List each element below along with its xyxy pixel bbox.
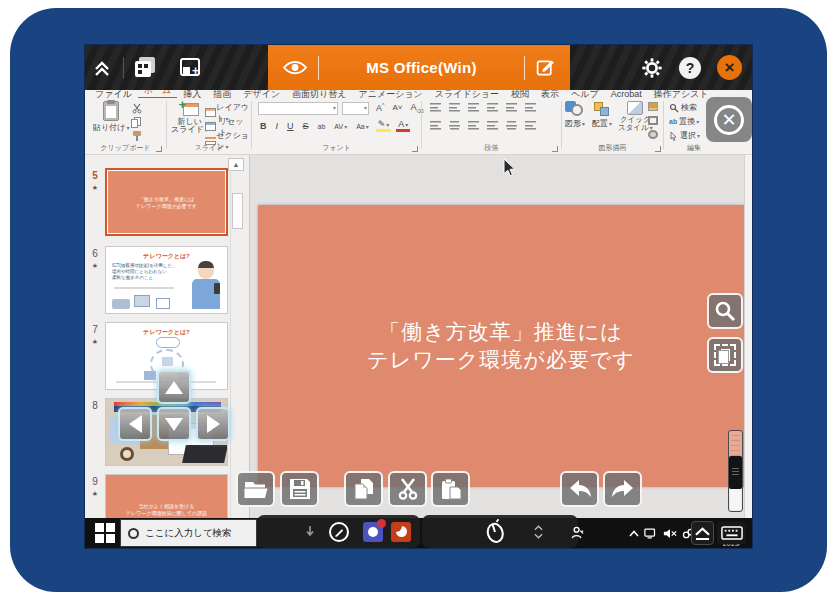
tab-acrobat[interactable]: Acrobat [605, 90, 648, 98]
bullets-button[interactable] [430, 103, 441, 112]
powerpoint-taskbar-icon[interactable] [391, 522, 411, 542]
find-button[interactable]: 検索 [669, 102, 697, 113]
tab-design[interactable]: デザイン [237, 90, 286, 98]
touch-keyboard-button[interactable] [717, 522, 746, 544]
tab-transitions[interactable]: 画面切り替え [286, 90, 352, 98]
arrow-down-icon [165, 418, 183, 431]
drawing-dialog-launcher[interactable] [655, 146, 661, 152]
change-case-button[interactable]: Aa [354, 123, 371, 130]
tab-file[interactable]: ファイル [89, 90, 138, 98]
shape-effects-button[interactable] [648, 130, 658, 139]
decrease-indent-button[interactable] [468, 103, 479, 112]
slider-thumb[interactable] [729, 456, 742, 489]
current-slide[interactable]: 「働き方改革」推進には テレワーク環境が必要です [258, 205, 744, 487]
tab-draw[interactable]: 描画 [207, 90, 237, 98]
copy-button-overlay[interactable] [344, 471, 383, 507]
dpad-right-button[interactable] [196, 407, 230, 441]
slide5-thumbnail[interactable]: 「働き方改革」推進にはテレワーク環境が必要です [105, 168, 228, 236]
overlay-collapse-bar [696, 538, 709, 540]
undo-button[interactable] [560, 471, 599, 507]
font-dialog-launcher[interactable] [412, 146, 418, 152]
line-spacing-button[interactable] [506, 103, 517, 112]
select-button[interactable]: 選択 [669, 130, 700, 141]
paragraph-dialog-launcher[interactable] [552, 146, 558, 152]
font-name-combo[interactable] [258, 102, 338, 115]
screens-list-button[interactable] [128, 51, 162, 85]
italic-button[interactable]: I [274, 121, 281, 131]
thumbnail-scroll-up-button[interactable]: ▲ [228, 158, 244, 171]
tray-network-display-icon[interactable] [644, 528, 658, 539]
numbering-button[interactable] [449, 103, 460, 112]
slide6-thumbnail[interactable]: テレワークとは? ICT(情報通信技術)を活用した、場所や時間にとらわれない柔軟… [105, 246, 228, 314]
convert-smartart-button[interactable] [525, 121, 536, 130]
tab-help[interactable]: ヘルプ [565, 90, 605, 98]
bold-button[interactable]: B [258, 121, 269, 131]
redo-button[interactable] [603, 471, 642, 507]
underline-button[interactable]: U [285, 121, 296, 131]
increase-font-button[interactable]: A^ [374, 102, 386, 113]
overlay-close-button[interactable]: ✕ [706, 97, 752, 142]
save-button[interactable] [280, 471, 319, 507]
text-direction-button[interactable] [525, 103, 536, 112]
tab-animations[interactable]: アニメーション [353, 90, 429, 98]
teams-taskbar-icon[interactable] [363, 522, 383, 542]
dpad-down-button[interactable] [157, 407, 191, 441]
highlight-button[interactable]: ✎ [376, 120, 392, 132]
font-color-button[interactable]: A [396, 120, 410, 132]
start-button[interactable] [93, 522, 117, 544]
bar-expand-chevrons[interactable] [534, 525, 543, 539]
region-select-button[interactable] [707, 337, 743, 373]
thumbnail-scrollbar-thumb[interactable] [232, 193, 243, 229]
strikethrough-button[interactable]: S [301, 121, 311, 131]
zoom-magnifier-button[interactable] [707, 293, 743, 329]
help-icon[interactable]: ? [679, 57, 701, 79]
tab-view[interactable]: 表示 [535, 90, 565, 98]
edit-compose-icon[interactable] [535, 57, 556, 78]
new-slide-button[interactable]: + 新しいスライド [171, 101, 208, 134]
align-right-button[interactable] [468, 121, 479, 130]
shape-fill-button[interactable] [648, 102, 658, 111]
tab-slideshow[interactable]: スライドショー [429, 90, 505, 98]
pen-tool-icon[interactable] [329, 522, 349, 542]
tray-volume-muted-icon[interactable] [663, 528, 677, 539]
paste-button-overlay[interactable] [431, 471, 470, 507]
tab-home[interactable]: ホーム [138, 90, 177, 98]
align-center-button[interactable] [449, 121, 460, 130]
overlay-collapse-button[interactable] [691, 521, 714, 545]
cut-button[interactable] [131, 103, 143, 114]
copy-button[interactable] [131, 117, 143, 128]
format-painter-button[interactable] [131, 131, 143, 142]
open-file-button[interactable] [236, 471, 275, 507]
decrease-font-button[interactable]: A˅ [390, 103, 404, 112]
mouse-mode-icon[interactable] [484, 520, 506, 544]
char-spacing-button[interactable]: AV [332, 123, 349, 130]
replace-button[interactable]: ab 置換 [669, 116, 699, 127]
clipboard-dialog-launcher[interactable] [156, 146, 162, 152]
overlay-scroll-slider[interactable] [728, 430, 743, 512]
cut-button-overlay[interactable] [388, 471, 427, 507]
align-left-button[interactable] [430, 121, 441, 130]
columns-button[interactable] [506, 121, 517, 130]
tab-tellme[interactable]: 操作アシスト [648, 90, 715, 98]
thumbnail-scrollbar-track[interactable] [230, 171, 243, 518]
arrange-button[interactable]: 配置 [592, 101, 612, 129]
pin-down-icon[interactable] [305, 525, 315, 539]
text-shadow-button[interactable]: ab [316, 123, 328, 130]
tab-review[interactable]: 校閲 [505, 90, 535, 98]
dpad-left-button[interactable] [118, 407, 152, 441]
tray-show-hidden-icon[interactable] [629, 530, 639, 537]
canvas-scrollbar-lane[interactable] [744, 155, 752, 518]
taskbar-search-input[interactable]: ここに入力して検索 [120, 519, 257, 547]
add-screen-button[interactable]: + [174, 51, 208, 85]
font-size-combo[interactable] [342, 102, 369, 115]
shape-outline-button[interactable] [648, 116, 658, 125]
remote-session-tray-icon[interactable] [571, 526, 584, 540]
close-session-icon[interactable]: × [717, 55, 742, 80]
increase-indent-button[interactable] [487, 103, 498, 112]
justify-button[interactable] [487, 121, 498, 130]
dpad-up-button[interactable] [157, 370, 191, 404]
shapes-button[interactable]: 図形 [565, 101, 585, 129]
collapse-toolbar-button[interactable] [85, 51, 119, 85]
paste-button[interactable]: 貼り付け [93, 101, 129, 133]
settings-gear-icon[interactable] [641, 57, 663, 79]
